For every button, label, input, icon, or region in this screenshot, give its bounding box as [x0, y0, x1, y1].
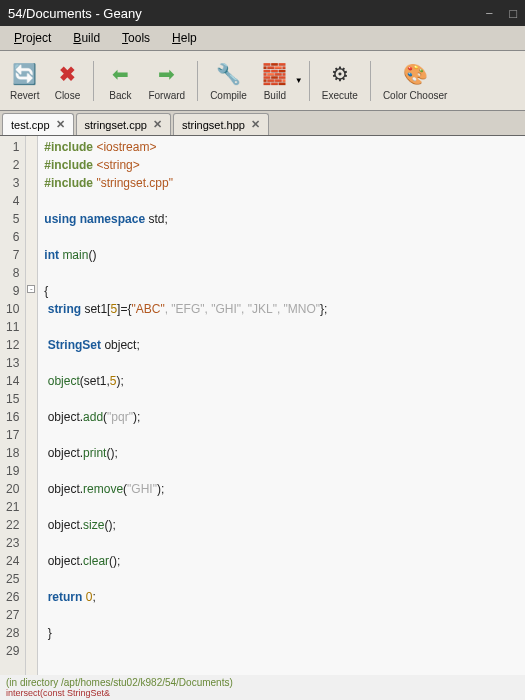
compile-icon: 🔧: [214, 60, 242, 88]
status-directory: (in directory /apt/homes/stu02/k982/54/D…: [6, 677, 519, 688]
menu-help[interactable]: Help: [162, 28, 207, 48]
palette-icon: 🎨: [401, 60, 429, 88]
tab-label: stringset.cpp: [85, 119, 147, 131]
menu-build[interactable]: Build: [63, 28, 110, 48]
execute-button[interactable]: ⚙ Execute: [316, 58, 364, 103]
compile-button[interactable]: 🔧 Compile: [204, 58, 253, 103]
menu-project[interactable]: Project: [4, 28, 61, 48]
tab-label: stringset.hpp: [182, 119, 245, 131]
separator: [93, 61, 94, 101]
back-button[interactable]: ⬅ Back: [100, 58, 140, 103]
window-title: 54/Documents - Geany: [8, 6, 486, 21]
tab-label: test.cpp: [11, 119, 50, 131]
editor: 1234567891011121314151617181920212223242…: [0, 136, 525, 696]
tab-test-cpp[interactable]: test.cpp✕: [2, 113, 74, 135]
gear-icon: ⚙: [326, 60, 354, 88]
build-icon: 🧱: [261, 60, 289, 88]
fold-column: -: [26, 136, 38, 696]
status-area: (in directory /apt/homes/stu02/k982/54/D…: [0, 675, 525, 700]
titlebar: 54/Documents - Geany − □: [0, 0, 525, 26]
forward-icon: ➡: [153, 60, 181, 88]
window-controls: − □: [486, 6, 517, 21]
back-icon: ⬅: [106, 60, 134, 88]
separator: [370, 61, 371, 101]
forward-button[interactable]: ➡ Forward: [142, 58, 191, 103]
toolbar: 🔄 Revert ✖ Close ⬅ Back ➡ Forward 🔧 Comp…: [0, 51, 525, 111]
revert-button[interactable]: 🔄 Revert: [4, 58, 45, 103]
minimize-icon[interactable]: −: [486, 6, 494, 21]
close-icon[interactable]: ✕: [56, 118, 65, 131]
close-button[interactable]: ✖ Close: [47, 58, 87, 103]
tab-stringset-hpp[interactable]: stringset.hpp✕: [173, 113, 269, 135]
line-numbers: 1234567891011121314151617181920212223242…: [0, 136, 26, 696]
close-icon: ✖: [53, 60, 81, 88]
menu-tools[interactable]: Tools: [112, 28, 160, 48]
revert-icon: 🔄: [11, 60, 39, 88]
close-icon[interactable]: ✕: [153, 118, 162, 131]
fold-marker[interactable]: -: [27, 285, 35, 293]
status-error: intersect(const StringSet&: [6, 688, 519, 698]
separator: [197, 61, 198, 101]
code-area[interactable]: #include <iostream>#include <string>#inc…: [38, 136, 525, 696]
tab-stringset-cpp[interactable]: stringset.cpp✕: [76, 113, 171, 135]
maximize-icon[interactable]: □: [509, 6, 517, 21]
close-icon[interactable]: ✕: [251, 118, 260, 131]
build-button[interactable]: 🧱 Build: [255, 58, 295, 103]
chevron-down-icon[interactable]: ▼: [295, 76, 303, 85]
tabbar: test.cpp✕stringset.cpp✕stringset.hpp✕: [0, 111, 525, 136]
menubar: Project Build Tools Help: [0, 26, 525, 51]
color-chooser-button[interactable]: 🎨 Color Chooser: [377, 58, 453, 103]
separator: [309, 61, 310, 101]
